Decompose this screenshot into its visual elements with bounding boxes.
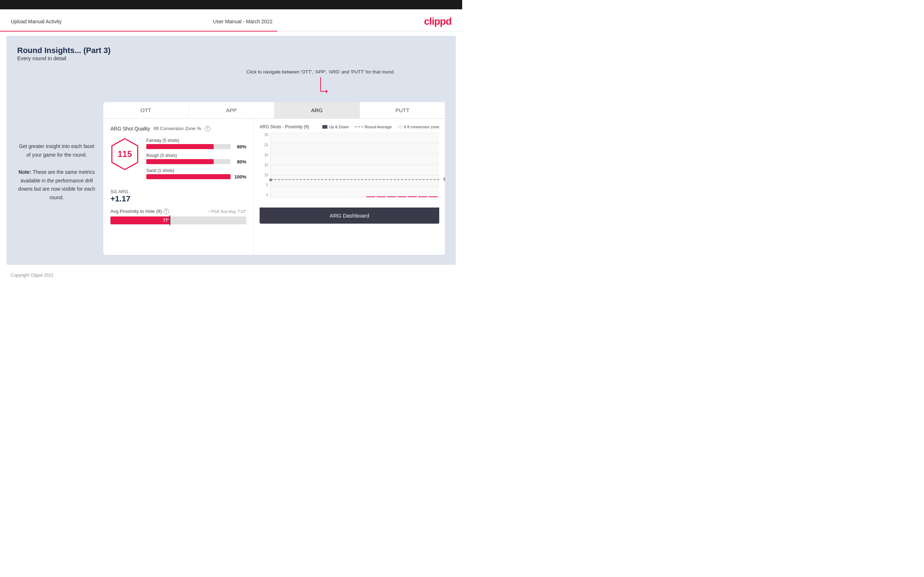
- chart-area: 30 25 20 15 10 5 0: [260, 133, 439, 205]
- proximity-bar-track: 77': [110, 216, 246, 224]
- nav-hint-area: Click to navigate between 'OTT', 'APP', …: [103, 68, 445, 98]
- legend-conversion-zone: 6 ft conversion zone: [397, 125, 439, 129]
- y-10: 10: [264, 173, 268, 177]
- fairway-bar-track: [146, 144, 231, 149]
- chart-legend: Up & Down Round Average 6 ft conversion …: [322, 125, 439, 129]
- card-with-hint: Click to navigate between 'OTT', 'APP', …: [103, 68, 445, 255]
- rough-bar-container: 80%: [146, 159, 246, 164]
- proximity-bar-fill: 77': [110, 216, 170, 224]
- chart-title: ARG Shots - Proximity (ft): [260, 124, 309, 129]
- proximity-section: Avg Proximity to Hole (ft) ? ↑ PGA Tour …: [110, 209, 246, 224]
- section-header: ARG Shot Quality 6ft Conversion Zone % ?: [110, 126, 246, 132]
- card-body: ARG Shot Quality 6ft Conversion Zone % ?…: [103, 119, 445, 255]
- card-right: ARG Shots - Proximity (ft) Up & Down Rou…: [254, 119, 445, 255]
- shot-row-fairway: Fairway (5 shots) 80%: [146, 138, 246, 150]
- rough-bar-fill: [146, 159, 214, 164]
- legend-conv-icon: [397, 125, 403, 129]
- svg-marker-2: [326, 90, 328, 93]
- hex-number: 115: [118, 149, 132, 159]
- upload-manual-label[interactable]: Upload Manual Activity: [11, 19, 62, 24]
- bar-h1: [366, 197, 375, 197]
- bar-group-h1: [366, 197, 375, 197]
- nav-hint-text: Click to navigate between 'OTT', 'APP', …: [246, 68, 395, 98]
- bar-group-h5: [408, 197, 417, 197]
- legend-round-avg: Round Average: [355, 125, 392, 129]
- header: Upload Manual Activity User Manual - Mar…: [0, 9, 462, 31]
- bar-group-h6: [418, 197, 427, 197]
- y-25: 25: [264, 143, 268, 147]
- logo: clippd: [424, 16, 451, 27]
- bar-group-h7: [428, 197, 438, 197]
- help-icon[interactable]: ?: [205, 126, 210, 132]
- legend-updown-icon: [322, 125, 327, 129]
- page-subtitle: Every round in detail: [17, 55, 445, 61]
- bar-h3: [387, 197, 396, 197]
- arg-dashboard-button[interactable]: ARG Dashboard: [260, 208, 439, 224]
- bar-h2: [376, 197, 386, 197]
- card: OTT APP ARG PUTT ARG Shot Quality 6ft Co…: [103, 102, 445, 255]
- proximity-label-text: Avg Proximity to Hole (ft): [110, 209, 162, 214]
- tab-app[interactable]: APP: [189, 102, 275, 118]
- rough-pct: 80%: [233, 159, 246, 164]
- sg-label: SG ARG: [110, 189, 246, 194]
- card-left: ARG Shot Quality 6ft Conversion Zone % ?…: [103, 119, 254, 255]
- bar-h4: [397, 197, 407, 197]
- y-15: 15: [264, 163, 268, 167]
- fairway-bar-container: 80%: [146, 144, 246, 150]
- arrow-down-icon: [246, 77, 395, 98]
- conversion-zone-label: 6ft Conversion Zone %: [154, 126, 201, 131]
- sg-section: SG ARG +1.17: [110, 189, 246, 203]
- left-panel-text: Get greater insight into each facet of y…: [17, 142, 96, 202]
- chart-bars: [271, 133, 439, 197]
- tabs: OTT APP ARG PUTT: [103, 102, 445, 119]
- page-title: Round Insights... (Part 3): [17, 46, 445, 55]
- footer: Copyright Clippd 2021: [0, 269, 462, 281]
- y-0: 0: [266, 193, 268, 197]
- hex-container: 115 Fairway (5 shots): [110, 138, 246, 183]
- proximity-help-icon[interactable]: ?: [163, 209, 169, 214]
- tab-arg[interactable]: ARG: [274, 102, 360, 118]
- bar-group-h2: [376, 197, 386, 197]
- chart-y-axis: 30 25 20 15 10 5 0: [260, 133, 270, 197]
- tab-putt[interactable]: PUTT: [360, 102, 445, 118]
- bar-h6: [418, 197, 427, 197]
- bar-h7: [428, 197, 438, 197]
- proximity-cursor: [170, 215, 170, 226]
- sg-value: +1.17: [110, 194, 246, 203]
- fairway-pct: 80%: [233, 144, 246, 150]
- tab-ott[interactable]: OTT: [103, 102, 189, 118]
- legend-up-down: Up & Down: [322, 125, 349, 129]
- sand-label: Sand (1 shots): [146, 168, 246, 173]
- sand-bar-fill: [146, 174, 231, 179]
- pga-avg-label: ↑ PGA Tour Avg: 7'10": [208, 209, 246, 214]
- proximity-label: Avg Proximity to Hole (ft) ?: [110, 209, 169, 214]
- legend-conv-label: 6 ft conversion zone: [404, 125, 439, 129]
- sand-bar-track: [146, 174, 231, 179]
- legend-round-avg-icon: [355, 127, 363, 127]
- left-panel: Get greater insight into each facet of y…: [17, 68, 96, 255]
- title-section: Round Insights... (Part 3) Every round i…: [17, 46, 445, 61]
- arg-shot-quality-label: ARG Shot Quality: [110, 126, 150, 132]
- content-layout: Get greater insight into each facet of y…: [17, 68, 445, 255]
- left-text-part1: Get greater insight into each facet of y…: [19, 143, 94, 158]
- top-bar: [0, 0, 462, 9]
- note-label: Note:: [19, 169, 32, 175]
- y-20: 20: [264, 153, 268, 157]
- nav-hint-line1: Click to navigate between 'OTT', 'APP', …: [246, 68, 395, 76]
- ref-label: 8: [444, 177, 445, 181]
- rough-label: Rough (5 shots): [146, 153, 246, 158]
- proximity-header: Avg Proximity to Hole (ft) ? ↑ PGA Tour …: [110, 209, 246, 214]
- legend-round-avg-label: Round Average: [365, 125, 392, 129]
- rough-bar-track: [146, 159, 231, 164]
- main-content: Round Insights... (Part 3) Every round i…: [6, 36, 456, 265]
- y-5: 5: [266, 183, 268, 187]
- copyright-text: Copyright Clippd 2021: [11, 273, 53, 278]
- fairway-label: Fairway (5 shots): [146, 138, 246, 143]
- sand-pct: 100%: [233, 174, 246, 180]
- y-30: 30: [264, 133, 268, 137]
- chart-header: ARG Shots - Proximity (ft) Up & Down Rou…: [260, 124, 439, 129]
- shot-bars: Fairway (5 shots) 80%: [146, 138, 246, 183]
- bar-h5: [408, 197, 417, 197]
- bar-group-h4: [397, 197, 407, 197]
- header-divider: [0, 31, 462, 32]
